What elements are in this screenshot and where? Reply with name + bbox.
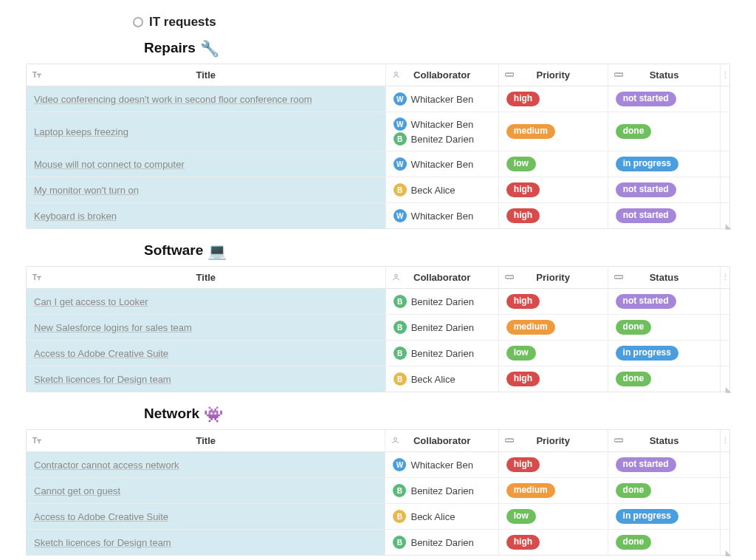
title-cell[interactable]: My monitor won't turn on (27, 177, 385, 203)
priority-cell[interactable]: high (498, 366, 608, 392)
collaborator-cell[interactable]: WWhitacker Ben (385, 452, 498, 478)
collaborator-cell[interactable]: BBeck Alice (385, 177, 498, 203)
priority-cell[interactable]: medium (498, 112, 608, 151)
title-cell[interactable]: Sketch licences for Design team (27, 530, 385, 556)
title-cell[interactable]: Keyboard is broken (27, 203, 385, 229)
collaborator-item[interactable]: BBenitez Darien (394, 295, 491, 308)
row-expand-handle[interactable] (721, 341, 729, 366)
collaborator-item[interactable]: WWhitacker Ben (394, 209, 491, 222)
priority-cell[interactable]: high (498, 203, 608, 229)
collaborator-cell[interactable]: WWhitacker Ben (385, 203, 498, 229)
row-expand-handle[interactable] (721, 478, 729, 504)
column-header-status[interactable]: Status (608, 64, 721, 86)
status-cell[interactable]: not started (608, 452, 721, 478)
row-title-link[interactable]: Sketch licences for Design team (34, 537, 171, 548)
row-title-link[interactable]: Access to Adobe Creative Suite (34, 511, 168, 522)
table-row[interactable]: Video conferencing doesn't work in secon… (27, 86, 729, 112)
row-title-link[interactable]: My monitor won't turn on (34, 185, 139, 196)
table-row[interactable]: Keyboard is brokenWWhitacker Benhighnot … (27, 203, 729, 229)
status-cell[interactable]: not started (608, 289, 721, 315)
collaborator-item[interactable]: WWhitacker Ben (394, 117, 491, 131)
row-expand-handle[interactable] (721, 452, 729, 478)
column-header-collaborator[interactable]: Collaborator (385, 64, 498, 86)
collaborator-item[interactable]: BBenitez Darien (393, 536, 490, 549)
table-row[interactable]: Cannot get on guestBBenitez Darienmedium… (27, 478, 729, 504)
priority-cell[interactable]: high (498, 452, 608, 478)
status-cell[interactable]: done (608, 315, 721, 341)
collaborator-cell[interactable]: BBenitez Darien (385, 315, 498, 341)
row-title-link[interactable]: Mouse will not connect to computer (34, 159, 185, 170)
collaborator-cell[interactable]: BBeck Alice (385, 366, 498, 392)
title-cell[interactable]: Video conferencing doesn't work in secon… (27, 86, 385, 112)
table-row[interactable]: Can I get access to LookerBBenitez Darie… (27, 289, 729, 315)
title-cell[interactable]: New Salesforce logins for sales team (27, 315, 385, 341)
collaborator-cell[interactable]: BBenitez Darien (385, 289, 498, 315)
priority-cell[interactable]: low (498, 341, 608, 366)
status-cell[interactable]: in progress (608, 151, 721, 177)
row-expand-handle[interactable] (721, 151, 729, 177)
table-row[interactable]: Mouse will not connect to computerWWhita… (27, 151, 729, 177)
collaborator-item[interactable]: BBenitez Darien (394, 132, 491, 146)
collaborator-cell[interactable]: BBenitez Darien (385, 341, 498, 366)
row-title-link[interactable]: Contractor cannot access network (34, 460, 179, 471)
row-title-link[interactable]: New Salesforce logins for sales team (34, 322, 192, 333)
column-header-collaborator[interactable]: Collaborator (385, 430, 498, 452)
collaborator-item[interactable]: WWhitacker Ben (393, 458, 490, 471)
priority-cell[interactable]: medium (498, 478, 608, 504)
title-cell[interactable]: Sketch licences for Design team (27, 366, 385, 392)
status-cell[interactable]: done (608, 530, 721, 556)
column-header-title[interactable]: TᴛTitle (27, 64, 385, 86)
row-title-link[interactable]: Laptop keeps freezing (34, 126, 128, 137)
collaborator-item[interactable]: BBeck Alice (393, 510, 490, 523)
collaborator-item[interactable]: BBeck Alice (394, 372, 491, 386)
status-cell[interactable]: not started (608, 177, 721, 203)
collaborator-item[interactable]: BBenitez Darien (393, 484, 490, 497)
table-row[interactable]: Contractor cannot access networkWWhitack… (27, 452, 729, 478)
status-cell[interactable]: done (608, 112, 721, 151)
status-cell[interactable]: done (608, 366, 721, 392)
table-row[interactable]: Access to Adobe Creative SuiteBBenitez D… (27, 341, 729, 366)
priority-cell[interactable]: medium (498, 315, 608, 341)
column-header-title[interactable]: TᴛTitle (27, 267, 385, 289)
priority-cell[interactable]: low (498, 151, 608, 177)
collaborator-item[interactable]: BBeck Alice (394, 183, 491, 197)
title-cell[interactable]: Laptop keeps freezing (27, 112, 385, 151)
title-cell[interactable]: Cannot get on guest (27, 478, 385, 504)
column-header-status[interactable]: Status (608, 267, 721, 289)
column-header-priority[interactable]: Priority (498, 64, 608, 86)
table-resize-handle[interactable]: ◢ (725, 224, 732, 230)
column-header-priority[interactable]: Priority (498, 267, 608, 289)
row-expand-handle[interactable] (721, 504, 729, 530)
title-cell[interactable]: Contractor cannot access network (27, 452, 385, 478)
column-header-priority[interactable]: Priority (498, 430, 608, 452)
collaborator-cell[interactable]: BBenitez Darien (385, 478, 498, 504)
collaborator-cell[interactable]: WWhitacker BenBBenitez Darien (385, 112, 498, 151)
row-title-link[interactable]: Can I get access to Looker (34, 296, 148, 307)
collaborator-cell[interactable]: BBeck Alice (385, 504, 498, 530)
collaborator-cell[interactable]: WWhitacker Ben (385, 86, 498, 112)
table-resize-handle[interactable]: ◢ (725, 387, 732, 393)
column-header-collaborator[interactable]: Collaborator (385, 267, 498, 289)
row-title-link[interactable]: Access to Adobe Creative Suite (34, 348, 168, 359)
collaborator-item[interactable]: WWhitacker Ben (394, 92, 491, 106)
collaborator-item[interactable]: WWhitacker Ben (394, 157, 491, 171)
row-title-link[interactable]: Cannot get on guest (34, 485, 120, 496)
status-cell[interactable]: not started (608, 203, 721, 229)
title-cell[interactable]: Can I get access to Looker (27, 289, 385, 315)
title-cell[interactable]: Access to Adobe Creative Suite (27, 504, 385, 530)
table-row[interactable]: Sketch licences for Design teamBBenitez … (27, 530, 729, 556)
table-row[interactable]: New Salesforce logins for sales teamBBen… (27, 315, 729, 341)
table-row[interactable]: Laptop keeps freezingWWhitacker BenBBeni… (27, 112, 729, 151)
priority-cell[interactable]: high (498, 177, 608, 203)
title-cell[interactable]: Mouse will not connect to computer (27, 151, 385, 177)
column-header-title[interactable]: TᴛTitle (27, 430, 385, 452)
collaborator-cell[interactable]: BBenitez Darien (385, 530, 498, 556)
row-expand-handle[interactable] (721, 177, 729, 203)
table-row[interactable]: My monitor won't turn onBBeck Alicehighn… (27, 177, 729, 203)
table-resize-handle[interactable]: ◢ (725, 550, 732, 556)
column-add-handle[interactable]: ⋮ (721, 267, 729, 289)
collaborator-item[interactable]: BBenitez Darien (394, 321, 491, 334)
title-cell[interactable]: Access to Adobe Creative Suite (27, 341, 385, 366)
priority-cell[interactable]: low (498, 504, 608, 530)
status-cell[interactable]: not started (608, 86, 721, 112)
